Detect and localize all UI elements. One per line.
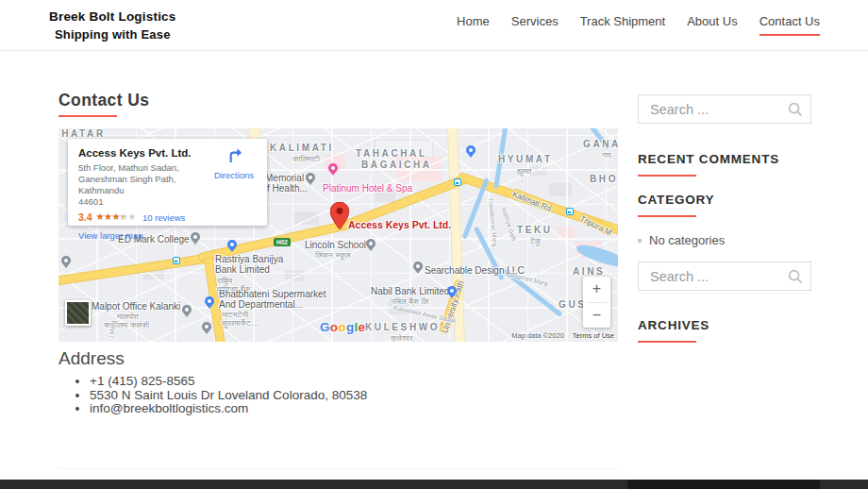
nav-services[interactable]: Services [511, 14, 559, 36]
search-input[interactable] [639, 95, 810, 123]
widget-underline [638, 341, 696, 343]
place-address: 5th Floor, Mathuri Sadan, Ganeshman Sing… [78, 162, 209, 208]
map-pin-icon[interactable] [61, 256, 71, 265]
satellite-view-thumbnail[interactable] [65, 300, 91, 326]
no-categories-item: No categories [638, 233, 811, 247]
address-heading: Address [58, 348, 618, 369]
place-address-line: 5th Floor, Mathuri Sadan, [78, 162, 209, 174]
place-address-line: Ganeshman Singh Path, Kathmandu [78, 174, 209, 196]
nav-track-shipment[interactable]: Track Shipment [580, 14, 666, 36]
map-marker-icon[interactable] [330, 202, 349, 234]
main-nav: HomeServicesTrack ShipmentAbout UsContac… [457, 14, 820, 36]
map-data-credit: Map data ©2020 [511, 331, 564, 340]
map-label: Bank Limited [215, 264, 270, 275]
map-label: Platinum Hotel & Spa [323, 183, 412, 194]
map-pin-icon[interactable] [205, 296, 214, 306]
map-label: कुलेश्वर [391, 333, 412, 342]
map-pin-icon[interactable] [306, 173, 315, 182]
nav-about-us[interactable]: About Us [687, 14, 737, 36]
map-info-card: Access Keys Pvt. Ltd. 5th Floor, Mathuri… [68, 139, 267, 226]
sidebar: RECENT COMMENTS CATEGORY No categories A… [638, 83, 811, 469]
address-section: Address +1 (415) 825-85655530 N Saint Lo… [58, 348, 618, 416]
star-rating-icon: ★★★★★★★★★★ [96, 212, 136, 222]
search-input[interactable] [639, 262, 810, 290]
content: Contact Us [0, 83, 868, 469]
divider [58, 468, 618, 469]
map-label: सुपरमार्केट... [222, 318, 259, 329]
map-label: TEKU [517, 225, 553, 235]
bus-stop-icon[interactable] [454, 178, 461, 186]
site-logo[interactable]: Breek Bolt Logistics Shipping with Ease [49, 9, 176, 42]
map-label: BAGAICHA [361, 160, 432, 170]
map-label: Bhatbhateni Supermarket [219, 289, 326, 299]
map-zoom-control: + − [583, 277, 610, 328]
widget-title-category: CATEGORY [638, 193, 811, 207]
search-icon[interactable] [788, 269, 803, 288]
map-pin-icon[interactable] [466, 145, 476, 155]
map-label: Lincoln School [305, 240, 366, 250]
footer-bar [0, 480, 868, 489]
map-label: ICHATAR [58, 128, 106, 139]
map-label: Memorial [265, 173, 304, 183]
rating-value: 3.4 [78, 211, 92, 223]
map-label: f Health... [267, 183, 308, 194]
address-item: 5530 N Saint Louis Dr Loveland Colorado,… [90, 389, 618, 403]
widget-underline [638, 175, 696, 177]
map-label: Nabil Bank Limited [371, 286, 449, 296]
map-label: TAHACHAL [356, 148, 427, 159]
place-address-line: 44601 [78, 196, 209, 208]
directions-icon [225, 151, 243, 167]
view-larger-map-link[interactable]: View larger map [78, 230, 142, 241]
map-label: KULESHWOR [365, 322, 449, 332]
map-label: HYUMAT [498, 154, 553, 164]
directions-button[interactable]: Directions [205, 146, 263, 180]
map-label: GANA [583, 139, 618, 149]
reviews-link[interactable]: 10 reviews [142, 212, 185, 223]
map-label: BHOT [590, 174, 618, 184]
title-underline [58, 115, 117, 117]
map-attribution: Map data ©2020Terms of Use [511, 331, 614, 340]
map-pin-icon[interactable] [447, 286, 457, 295]
bus-stop-icon[interactable] [566, 208, 574, 215]
highway-badge: H02 [274, 238, 291, 246]
map-label: कालिमाटी [292, 154, 320, 164]
terms-of-use-link[interactable]: Terms of Use [573, 331, 614, 340]
map-pin-icon[interactable] [182, 305, 192, 314]
page-title: Contact Us [58, 91, 618, 110]
search-box [638, 261, 811, 291]
widget-underline [638, 215, 696, 217]
widget-title-archives: ARCHIVES [638, 318, 811, 332]
map-label: Rastriya Banijya [215, 254, 283, 264]
address-item: +1 (415) 825-8565 [90, 375, 618, 389]
map-pin-icon[interactable] [366, 239, 376, 248]
map-label: लिंकन स्कूल [315, 250, 350, 261]
nav-home[interactable]: Home [457, 14, 490, 36]
search-icon[interactable] [788, 102, 803, 121]
map-pin-icon[interactable] [202, 322, 211, 331]
zoom-in-button[interactable]: + [583, 277, 610, 302]
site-tagline: Shipping with Ease [49, 27, 176, 42]
bus-stop-icon[interactable] [173, 257, 180, 264]
address-list: +1 (415) 825-85655530 N Saint Louis Dr L… [90, 375, 618, 416]
map-label: टेकु [530, 236, 541, 246]
map-label: Access Keys Pvt. Ltd. [348, 219, 451, 230]
map-pin-icon[interactable] [413, 261, 423, 271]
site-header: Breek Bolt Logistics Shipping with Ease … [0, 0, 868, 51]
map-label: And Departmental... [219, 299, 303, 310]
map-pin-icon[interactable] [328, 163, 338, 173]
map-label: गण [602, 150, 611, 160]
map-label: Malpot Office Kalanki [92, 301, 180, 312]
map-label: Searchable Design LLC [425, 265, 525, 276]
google-logo[interactable]: Google [320, 320, 365, 334]
rating-row: 3.4 ★★★★★★★★★★ 10 reviews [78, 211, 257, 223]
site-title: Breek Bolt Logistics [49, 9, 176, 24]
google-map-embed[interactable]: H02 ICHATARKALIMATIकालिमाटीTAHACHALBAGAI… [58, 128, 618, 342]
widget-title-recent-comments: RECENT COMMENTS [638, 152, 811, 166]
zoom-out-button[interactable]: − [583, 303, 610, 329]
search-box [638, 94, 811, 124]
map-label: ह्युमत [517, 166, 531, 177]
map-label: KALIMATI [270, 143, 334, 153]
nav-contact-us[interactable]: Contact Us [760, 14, 820, 36]
directions-label: Directions [205, 170, 263, 180]
map-label: AINS [573, 266, 605, 277]
